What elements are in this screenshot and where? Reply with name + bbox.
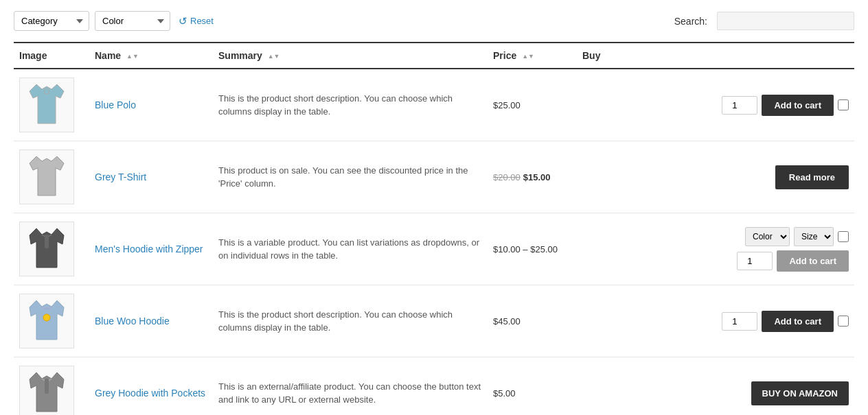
price-range: $10.00 – $25.00 — [493, 244, 558, 254]
variation-row: ColorBlackBlueWhite SizeSMLXL — [745, 227, 849, 246]
td-name: Grey T-Shirt — [89, 141, 213, 213]
price-sort-icon: ▲▼ — [522, 54, 534, 60]
add-to-cart-button[interactable]: Add to cart — [777, 250, 849, 272]
qty-input[interactable] — [722, 312, 757, 331]
summary-sort-icon: ▲▼ — [268, 54, 280, 60]
reset-label: Reset — [190, 16, 214, 26]
td-name: Blue Polo — [89, 69, 213, 141]
svg-rect-8 — [45, 379, 49, 394]
add-to-cart-button[interactable]: Add to cart — [762, 95, 834, 116]
td-image — [14, 285, 89, 357]
reset-button[interactable]: ↺ Reset — [176, 15, 216, 27]
product-image — [19, 366, 74, 415]
td-name: Grey Hoodie with Pockets — [89, 357, 213, 416]
buy-controls: Read more — [582, 165, 849, 189]
product-name-link[interactable]: Men's Hoodie with Zipper — [95, 244, 203, 254]
table-header-row: Image Name ▲▼ Summary ▲▼ Price ▲▼ Buy — [14, 43, 854, 69]
td-buy: BUY ON AMAZON — [577, 357, 854, 416]
th-buy: Buy — [577, 43, 854, 69]
row-checkbox[interactable] — [838, 316, 849, 327]
row-checkbox[interactable] — [838, 231, 849, 242]
table-row: Blue PoloThis is the product short descr… — [14, 69, 854, 141]
svg-marker-2 — [30, 156, 64, 195]
price-regular: $45.00 — [493, 316, 521, 327]
td-summary: This is a variable product. You can list… — [213, 213, 488, 285]
add-to-cart-button[interactable]: Add to cart — [762, 311, 834, 332]
svg-point-6 — [43, 314, 50, 321]
name-sort-icon: ▲▼ — [126, 54, 139, 60]
buy-row: Read more — [775, 165, 849, 189]
buy-amazon-button[interactable]: BUY ON AMAZON — [751, 381, 849, 405]
product-summary: This is an external/affiliate product. Y… — [218, 381, 481, 405]
product-summary: This is the product short description. Y… — [218, 93, 453, 117]
product-name-link[interactable]: Grey T-Shirt — [95, 171, 146, 182]
table-row: Grey T-ShirtThis product is on sale. You… — [14, 141, 854, 213]
price-original: $20.00 — [493, 172, 521, 182]
td-buy: Add to cart — [577, 69, 854, 141]
buy-controls: Add to cart — [582, 311, 849, 332]
td-price: $5.00 — [488, 357, 577, 416]
buy-row: BUY ON AMAZON — [751, 381, 849, 405]
qty-input[interactable] — [722, 96, 757, 115]
td-price: $20.00$15.00 — [488, 141, 577, 213]
td-image — [14, 357, 89, 416]
product-image — [19, 294, 74, 348]
th-summary[interactable]: Summary ▲▼ — [213, 43, 488, 69]
product-name-link[interactable]: Blue Polo — [95, 99, 136, 110]
variation-select-size[interactable]: SizeSMLXL — [794, 227, 834, 246]
buy-controls: ColorBlackBlueWhite SizeSMLXL Add to car… — [582, 227, 849, 272]
product-name-link[interactable]: Blue Woo Hoodie — [95, 316, 170, 327]
page-container: Category T-Shirts Hoodies Polo Color Blu… — [0, 0, 868, 415]
buy-row: Add to cart — [737, 250, 849, 272]
table-row: Blue Woo HoodieThis is the product short… — [14, 285, 854, 357]
variation-select-color[interactable]: ColorBlackBlueWhite — [745, 227, 790, 246]
th-price[interactable]: Price ▲▼ — [488, 43, 577, 69]
td-buy: ColorBlackBlueWhite SizeSMLXL Add to car… — [577, 213, 854, 285]
svg-rect-4 — [45, 235, 49, 248]
search-label: Search: — [674, 16, 707, 27]
td-image — [14, 69, 89, 141]
product-summary: This is a variable product. You can list… — [218, 237, 479, 261]
reset-icon: ↺ — [179, 15, 187, 27]
buy-controls: BUY ON AMAZON — [582, 381, 849, 405]
category-filter[interactable]: Category T-Shirts Hoodies Polo — [14, 11, 89, 31]
product-image — [19, 78, 74, 132]
product-image — [19, 150, 74, 204]
td-name: Blue Woo Hoodie — [89, 285, 213, 357]
td-price: $10.00 – $25.00 — [488, 213, 577, 285]
product-summary: This is the product short description. Y… — [218, 309, 453, 333]
price-sale: $15.00 — [523, 172, 551, 182]
qty-input[interactable] — [737, 252, 773, 270]
product-image — [19, 222, 74, 276]
td-buy: Read more — [577, 141, 854, 213]
filters-row: Category T-Shirts Hoodies Polo Color Blu… — [14, 11, 854, 31]
price-regular: $5.00 — [493, 388, 516, 399]
search-input[interactable] — [717, 12, 854, 30]
td-price: $25.00 — [488, 69, 577, 141]
buy-controls: Add to cart — [582, 95, 849, 116]
th-image: Image — [14, 43, 89, 69]
td-name: Men's Hoodie with Zipper — [89, 213, 213, 285]
td-image — [14, 213, 89, 285]
td-summary: This is the product short description. Y… — [213, 285, 488, 357]
buy-row: Add to cart — [722, 95, 849, 116]
td-buy: Add to cart — [577, 285, 854, 357]
buy-row: Add to cart — [722, 311, 849, 332]
read-more-button[interactable]: Read more — [775, 165, 849, 189]
product-table: Image Name ▲▼ Summary ▲▼ Price ▲▼ Buy — [14, 42, 854, 415]
td-summary: This is an external/affiliate product. Y… — [213, 357, 488, 416]
product-summary: This product is on sale. You can see the… — [218, 165, 468, 189]
price-regular: $25.00 — [493, 100, 521, 110]
table-row: Men's Hoodie with ZipperThis is a variab… — [14, 213, 854, 285]
td-summary: This product is on sale. You can see the… — [213, 141, 488, 213]
td-summary: This is the product short description. Y… — [213, 69, 488, 141]
color-filter[interactable]: Color Blue Grey Black White — [95, 11, 170, 31]
th-name[interactable]: Name ▲▼ — [89, 43, 213, 69]
svg-marker-0 — [30, 84, 64, 123]
td-price: $45.00 — [488, 285, 577, 357]
table-row: Grey Hoodie with PocketsThis is an exter… — [14, 357, 854, 416]
row-checkbox[interactable] — [838, 99, 849, 110]
product-name-link[interactable]: Grey Hoodie with Pockets — [95, 388, 205, 399]
td-image — [14, 141, 89, 213]
